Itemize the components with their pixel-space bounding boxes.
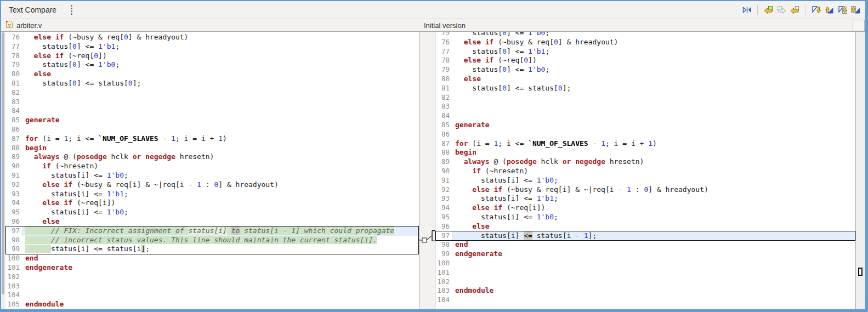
code-line[interactable]: 82 [5, 88, 419, 98]
line-content[interactable]: status[i] <= 1'b1; [452, 194, 855, 203]
code-line[interactable]: 85generate [5, 116, 419, 125]
code-line[interactable]: 83 [5, 98, 419, 107]
code-line[interactable]: 100 [435, 259, 855, 268]
code-line[interactable]: 79 status[0] <= 1'b0; [5, 60, 419, 70]
left-scrollbar[interactable] [1, 32, 5, 309]
code-line[interactable]: 85generate [435, 121, 855, 130]
line-content[interactable] [452, 268, 855, 277]
code-line[interactable]: 86 [5, 125, 419, 134]
line-content[interactable]: // incorrect status values. This line sh… [22, 236, 419, 245]
line-content[interactable] [22, 98, 419, 107]
swap-left-right-button[interactable] [740, 3, 753, 16]
line-content[interactable]: begin [452, 148, 855, 157]
left-pane-title[interactable]: arbiter.v [16, 21, 42, 30]
code-line[interactable]: 104 [5, 291, 419, 300]
previous-difference-button[interactable] [822, 3, 836, 16]
code-line[interactable]: 101endgenerate [5, 263, 419, 273]
line-content[interactable]: else if (~req[0]) [22, 52, 419, 61]
code-line[interactable]: 96 else [5, 217, 419, 226]
code-line[interactable]: 78 else if (~req[0]) [435, 56, 855, 65]
line-content[interactable]: status[i] <= 1'b0; [452, 176, 855, 185]
code-line[interactable]: 78 else if (~req[0]) [5, 52, 419, 61]
code-line[interactable]: 76 else if (~busy & req[0] & hreadyout) [5, 33, 419, 42]
line-content[interactable]: status[0] <= status[0]; [452, 84, 855, 93]
line-content[interactable]: else if (~busy & req[i] & ~|req[i - 1 : … [452, 185, 855, 195]
line-content[interactable]: else [22, 217, 419, 226]
line-content[interactable]: endmodule [452, 286, 855, 296]
line-content[interactable]: generate [22, 116, 419, 125]
code-line[interactable]: 101 [435, 268, 855, 277]
code-line[interactable]: 84 [5, 106, 419, 116]
code-line[interactable]: 102 [5, 273, 419, 282]
code-line[interactable]: 98end [435, 240, 855, 249]
code-line[interactable]: 97 status[i] <= status[i - 1]; [435, 231, 855, 241]
line-content[interactable]: endmodule [22, 300, 419, 309]
code-line[interactable]: 83 [435, 102, 855, 111]
copy-current-left-to-right-button[interactable] [775, 3, 788, 16]
code-line[interactable]: 84 [435, 111, 855, 121]
line-content[interactable]: status[0] <= 1'b1; [22, 42, 419, 52]
code-line[interactable]: 88begin [5, 144, 419, 153]
code-line[interactable]: 105endmodule [5, 300, 419, 309]
code-line[interactable]: 93 status[i] <= 1'b1; [5, 190, 419, 199]
line-content[interactable]: else if (~req[i]) [452, 203, 855, 213]
code-line[interactable]: 79 status[0] <= 1'b0; [435, 65, 855, 75]
code-line[interactable]: 97 // FIX: Incorrect assignment of statu… [5, 226, 419, 236]
line-content[interactable] [22, 125, 419, 134]
copy-current-right-to-left-button[interactable] [788, 3, 801, 16]
right-pane-title[interactable]: Initial version [424, 21, 466, 30]
line-content[interactable] [452, 130, 855, 139]
line-content[interactable]: status[0] <= status[0]; [22, 79, 419, 88]
code-line[interactable]: 92 else if (~busy & req[i] & ~|req[i - 1… [5, 180, 419, 190]
code-line[interactable]: 80 else [5, 70, 419, 79]
code-line[interactable]: 90 if (~hresetn) [435, 167, 855, 176]
code-line[interactable]: 102 [435, 277, 855, 287]
code-line[interactable]: 86 [435, 130, 855, 139]
code-line[interactable]: 80 else [435, 75, 855, 84]
line-content[interactable]: status[i] <= status[i]; [22, 245, 419, 254]
code-line[interactable]: 99endgenerate [435, 249, 855, 259]
left-scrollbar-thumb[interactable] [2, 32, 4, 294]
code-line[interactable]: 89 always @ (posedge hclk or negedge hre… [5, 152, 419, 162]
line-content[interactable]: else [22, 70, 419, 79]
line-content[interactable] [22, 273, 419, 282]
right-code-pane[interactable]: 75 status[0] <= 1'b0;76 else if (~busy &… [435, 32, 855, 309]
line-content[interactable]: if (~hresetn) [452, 167, 855, 176]
code-line[interactable]: 87for (i = 1; i <= `NUM_OF_SLAVES - 1; i… [5, 134, 419, 144]
line-content[interactable]: status[i] <= status[i - 1]; [452, 231, 855, 241]
code-line[interactable]: 81 status[0] <= status[0]; [435, 84, 855, 93]
line-content[interactable]: status[0] <= 1'b0; [22, 60, 419, 70]
line-content[interactable]: endgenerate [452, 249, 855, 259]
code-line[interactable]: 94 else if (~req[i]) [5, 198, 419, 208]
previous-change-button[interactable] [849, 3, 862, 16]
code-line[interactable]: 99 status[i] <= status[i]; [5, 245, 419, 254]
line-content[interactable]: else if (~req[i]) [22, 198, 419, 208]
code-line[interactable]: 93 status[i] <= 1'b1; [435, 194, 855, 203]
code-line[interactable]: 76 else if (~busy & req[0] & hreadyout) [435, 38, 855, 47]
line-content[interactable]: else if (~busy & req[i] & ~|req[i - 1 : … [22, 180, 419, 190]
ruler-header-button[interactable] [853, 20, 865, 31]
line-content[interactable] [22, 282, 419, 291]
line-content[interactable]: status[i] <= 1'b0; [452, 213, 855, 222]
code-line[interactable]: 87for (i = 1; i <= `NUM_OF_SLAVES - 1; i… [435, 139, 855, 149]
diff-overview-marker[interactable] [858, 268, 863, 276]
line-content[interactable] [452, 277, 855, 287]
code-line[interactable]: 104 [435, 296, 855, 305]
code-line[interactable]: 75 status[0] <= 1'b0; [435, 32, 855, 38]
line-content[interactable]: status[0] <= 1'b0; [452, 32, 855, 38]
line-content[interactable]: // FIX: Incorrect assignment of status[i… [22, 226, 419, 236]
line-content[interactable]: else if (~busy & req[0] & hreadyout) [452, 38, 855, 47]
code-line[interactable]: 103 [5, 282, 419, 291]
copy-all-right-to-left-button[interactable] [762, 3, 775, 16]
line-content[interactable] [452, 259, 855, 268]
left-code-pane[interactable]: 76 else if (~busy & req[0] & hreadyout)7… [5, 32, 419, 309]
code-line[interactable]: 98 // incorrect status values. This line… [5, 236, 419, 245]
code-line[interactable]: 82 [435, 93, 855, 103]
code-line[interactable]: 89 always @ (posedge hclk or negedge hre… [435, 157, 855, 167]
line-content[interactable] [452, 93, 855, 103]
code-line[interactable]: 94 else if (~req[i]) [435, 203, 855, 213]
code-line[interactable]: 90 if (~hresetn) [5, 162, 419, 171]
line-content[interactable] [452, 111, 855, 121]
overview-ruler[interactable] [855, 32, 865, 309]
code-line[interactable]: 95 status[i] <= 1'b0; [435, 213, 855, 222]
